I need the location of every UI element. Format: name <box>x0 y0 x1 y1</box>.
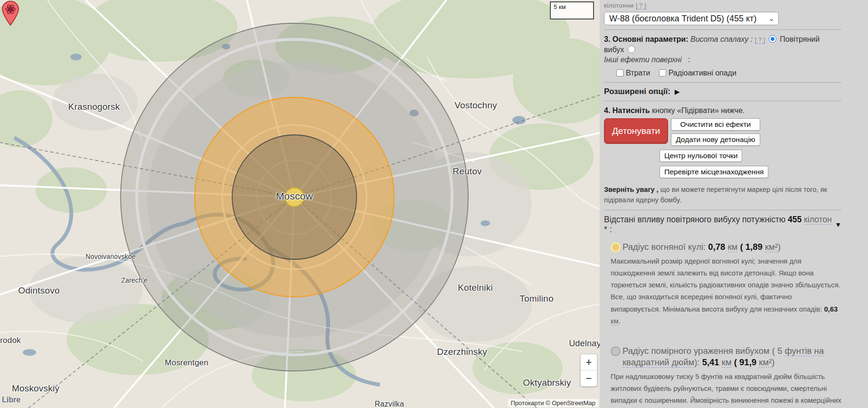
clear-effects-button[interactable]: Очистити всі ефекти <box>671 118 760 131</box>
settings-sidebar: кілотонни [ ? ] W-88 (боєголовка Trident… <box>600 0 868 408</box>
step3-title: 3. Основні параметри: <box>604 35 689 43</box>
step4-title: 4. Натисніть <box>604 106 650 114</box>
map-city-label: Mosrentgen <box>165 358 208 368</box>
map-city-label: Dzerzhinsky <box>437 347 487 357</box>
effect-item: Радіус вогняної кулі: 0,78 км ( 1,89 км²… <box>604 241 841 327</box>
note-bold: Зверніть увагу , <box>604 186 659 193</box>
map-city-label: Krasnogorsk <box>68 102 120 112</box>
zoom-in-button[interactable]: + <box>581 354 597 370</box>
step4-instruction: 4. Натисніть кнопку «Підірвати» нижче. <box>604 105 841 116</box>
effects-header: Відстані впливу повітряного вибуху потуж… <box>604 215 841 235</box>
weapon-select[interactable]: W-88 (боєголовка Trident D5) (455 кт) ⌄ <box>604 12 779 25</box>
drag-marker-note: Зверніть увагу , що ви можете перетягнут… <box>604 184 841 206</box>
divider <box>604 101 841 101</box>
effects-header-text: Відстані впливу повітряного вибуху потуж… <box>604 215 785 224</box>
height-of-burst-label: Висота спалаху : <box>690 35 753 43</box>
secondary-buttons: Очистити всі ефекти Додати нову детонаці… <box>671 118 760 146</box>
kilotons-label: кілотонни <box>604 2 633 9</box>
map-city-label: Reutov <box>453 166 481 177</box>
map-city-label: Moscow <box>276 190 313 202</box>
step3-parameters: 3. Основні параметри: Висота спалаху : [… <box>604 34 841 78</box>
check-location-button[interactable]: Перевірте місцезнаходження <box>660 166 768 178</box>
map-city-label: Oktyabrskiy <box>523 378 571 388</box>
action-buttons-row: Детонувати Очистити всі ефекти Додати но… <box>604 118 841 146</box>
map-city-label: Razvilka <box>375 400 404 408</box>
target-marker[interactable] <box>0 0 21 27</box>
casualties-label: Втрати <box>626 69 650 77</box>
map-city-label: Vostochny <box>454 100 497 111</box>
expand-arrow-icon[interactable]: ▶ <box>675 88 680 95</box>
step4-text: кнопку «Підірвати» нижче. <box>650 106 745 114</box>
nukemap-app: KrasnogorskVostochnyReutovMoscowNovoivan… <box>0 0 868 408</box>
hob-help-link[interactable]: [ ? ] <box>755 36 765 44</box>
effects-header-suffix: * : <box>604 225 612 234</box>
map-city-label: Zarech'e <box>121 276 148 284</box>
yield-label-row: кілотонни [ ? ] <box>604 1 841 9</box>
map-city-label: Odintsovo <box>18 285 59 296</box>
divider <box>604 210 841 210</box>
divider <box>604 82 841 83</box>
effect-title: Радіус вогняної кулі: 0,78 км ( 1,89 км²… <box>611 241 841 253</box>
effect-item: Радіус помірного ураження вибухом ( 5 фу… <box>604 345 841 408</box>
surface-effects-label: Інші ефекти поверхні <box>604 56 681 64</box>
map-city-label: Novoivanovskoe <box>85 253 136 260</box>
yield-value: 455 <box>788 215 802 224</box>
map-background <box>0 0 600 408</box>
airburst-radio[interactable] <box>769 35 776 43</box>
map-city-label: Udelnaya <box>569 339 600 349</box>
detonate-button[interactable]: Детонувати <box>604 118 668 144</box>
effects-list: Радіус вогняної кулі: 0,78 км ( 1,89 км²… <box>604 241 841 408</box>
divider <box>604 29 841 30</box>
advanced-options-row: Розширені опції: ▶ <box>604 87 841 96</box>
scale-label: 5 км <box>554 3 566 10</box>
maplibre-logo[interactable]: Libre <box>2 396 20 404</box>
map-city-label: Kotelniki <box>458 283 493 293</box>
map-city-label: Moskovskiy <box>12 383 59 394</box>
add-detonation-button[interactable]: Додати нову детонацію <box>671 133 760 146</box>
effect-legend-icon <box>611 346 621 356</box>
effects-checkboxes: Втрати Радіоактивні опади <box>616 68 841 78</box>
map-canvas[interactable]: KrasnogorskVostochnyReutovMoscowNovoivan… <box>0 0 600 408</box>
map-attribution[interactable]: Протокарти © OpenStreetMap <box>508 399 599 407</box>
check-location-row: Перевірте місцезнаходження <box>660 166 841 178</box>
center-ground-zero-row: Центр нульової точки <box>660 150 841 162</box>
effect-title: Радіус помірного ураження вибухом ( 5 фу… <box>611 345 841 368</box>
yield-unit-link[interactable]: кілотон <box>804 215 832 225</box>
advanced-options-label: Розширені опції: <box>604 87 670 96</box>
fallout-checkbox[interactable] <box>659 69 666 76</box>
casualties-checkbox[interactable] <box>616 69 623 76</box>
effect-description: При надлишковому тиску 5 фунтів на квадр… <box>611 371 841 408</box>
effect-legend-icon <box>611 242 621 252</box>
chevron-down-icon: ⌄ <box>768 14 774 23</box>
collapse-arrow-icon[interactable]: ▼ <box>835 221 841 228</box>
effect-description: Максимальний розмір ядерної вогняної кул… <box>611 256 841 327</box>
weapon-select-value: W-88 (боєголовка Trident D5) (455 кт) <box>609 14 756 24</box>
map-zoom-control: + − <box>580 354 597 387</box>
surface-burst-radio[interactable] <box>628 46 635 53</box>
center-ground-zero-button[interactable]: Центр нульової точки <box>660 150 742 162</box>
kilotons-help-link[interactable]: [ ? ] <box>636 2 646 9</box>
map-city-label: Tomilino <box>519 294 553 304</box>
map-scale-control: 5 км <box>550 1 594 19</box>
map-city-label: rodok <box>0 336 21 345</box>
zoom-out-button[interactable]: − <box>581 370 597 386</box>
fallout-label: Радіоактивні опади <box>669 69 736 77</box>
colon: : <box>688 56 690 64</box>
